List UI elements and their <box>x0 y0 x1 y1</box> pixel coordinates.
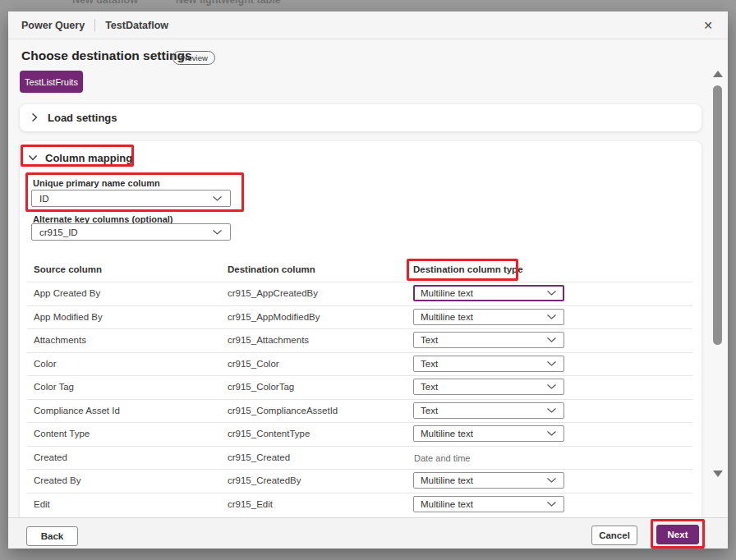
destination-type-cell: Multiline text <box>413 496 564 512</box>
table-row: Content Type cr915_ContentType Multiline… <box>20 422 702 446</box>
destination-type-cell: Multiline text <box>413 425 564 442</box>
preview-badge: Preview <box>172 51 215 65</box>
vertical-scrollbar[interactable] <box>711 69 725 484</box>
source-column-cell: Content Type <box>20 429 228 438</box>
cancel-button[interactable]: Cancel <box>591 526 637 545</box>
chevron-down-icon <box>546 312 557 322</box>
table-row: Created cr915_Created Date and time <box>20 446 702 470</box>
table-row: App Created By cr915_AppCreatedBy Multil… <box>20 282 702 305</box>
destination-column-cell: cr915_Color <box>228 359 413 369</box>
destination-column-cell: cr915_CreatedBy <box>228 475 413 485</box>
type-dropdown[interactable]: Text <box>413 356 564 372</box>
unique-primary-dropdown[interactable]: ID <box>31 190 231 207</box>
destination-type-cell: Multiline text <box>413 309 564 325</box>
chevron-down-icon <box>546 359 557 369</box>
destination-column-cell: cr915_ContentType <box>228 429 413 438</box>
chevron-right-icon <box>30 111 39 126</box>
type-value: Text <box>421 335 438 345</box>
type-value: Multiline text <box>421 499 473 509</box>
source-column-cell: Compliance Asset Id <box>20 406 228 415</box>
mapping-table-body: App Created By cr915_AppCreatedBy Multil… <box>20 282 702 516</box>
table-row: Color Tag cr915_ColorTag Text <box>20 375 702 399</box>
type-value: Date and time <box>414 453 470 463</box>
back-button[interactable]: Back <box>26 526 78 546</box>
table-row: Compliance Asset Id cr915_ComplianceAsse… <box>20 399 702 423</box>
chevron-down-icon <box>546 406 557 415</box>
destination-column-cell: cr915_Edit <box>228 499 413 509</box>
dataflow-title: TestDataflow <box>105 20 168 31</box>
type-value: Multiline text <box>421 475 473 485</box>
titlebar-divider <box>94 19 95 31</box>
type-dropdown[interactable]: Text <box>413 402 564 419</box>
scroll-up-icon[interactable] <box>713 71 723 77</box>
type-dropdown[interactable]: Text <box>413 332 564 348</box>
dialog-content: Choose destination settings Preview Test… <box>8 39 728 517</box>
destination-type-cell: Date and time <box>413 450 470 465</box>
type-value: Multiline text <box>421 288 473 298</box>
chevron-down-icon <box>546 429 557 438</box>
chevron-down-icon <box>546 499 557 509</box>
load-settings-section[interactable]: Load settings <box>20 104 702 131</box>
chevron-down-icon <box>212 194 223 204</box>
table-row: App Modified By cr915_AppModifiedBy Mult… <box>20 305 702 329</box>
unique-primary-value: ID <box>39 194 49 204</box>
source-column-cell: Edit <box>20 499 228 509</box>
source-column-cell: App Modified By <box>20 312 228 322</box>
close-icon[interactable]: ✕ <box>700 17 716 34</box>
destination-column-cell: cr915_Created <box>228 452 413 462</box>
column-mapping-header[interactable]: Column mapping <box>28 150 132 165</box>
destination-type-cell: Text <box>413 332 564 348</box>
entity-tab-testlistfruits[interactable]: TestListFruits <box>20 71 83 93</box>
page-title: Choose destination settings <box>21 48 192 63</box>
type-value: Text <box>421 359 438 369</box>
chevron-down-icon <box>212 227 223 237</box>
type-dropdown[interactable]: Multiline text <box>413 472 564 489</box>
destination-type-cell: Multiline text <box>413 285 564 301</box>
chevron-down-icon <box>546 475 557 485</box>
background-tab-label: New lightweight table <box>176 0 281 6</box>
source-column-header: Source column <box>34 264 102 274</box>
dialog-footer: Back Cancel Next <box>8 517 728 549</box>
source-column-cell: Attachments <box>20 335 228 345</box>
destination-type-cell: Multiline text <box>413 472 564 489</box>
type-dropdown[interactable]: Text <box>413 379 564 395</box>
destination-column-cell: cr915_ComplianceAssetId <box>228 406 413 415</box>
destination-column-header: Destination column <box>228 264 315 274</box>
destination-column-cell: cr915_AppModifiedBy <box>228 312 413 322</box>
chevron-down-icon <box>546 335 557 345</box>
chevron-down-icon <box>546 382 557 392</box>
type-value: Multiline text <box>421 429 473 438</box>
scrollbar-thumb[interactable] <box>713 85 722 345</box>
column-mapping-label: Column mapping <box>45 152 132 164</box>
destination-column-cell: cr915_Attachments <box>228 335 413 345</box>
destination-type-cell: Text <box>413 356 564 372</box>
alternate-key-dropdown[interactable]: cr915_ID <box>31 223 231 241</box>
source-column-cell: App Created By <box>20 288 228 298</box>
dialog-titlebar: Power Query TestDataflow ✕ <box>8 11 728 39</box>
type-value: Text <box>421 406 438 415</box>
column-mapping-section: Column mapping Unique primary name colum… <box>20 141 702 517</box>
app-title: Power Query <box>21 20 85 31</box>
scroll-down-icon[interactable] <box>713 470 723 477</box>
type-dropdown[interactable]: Multiline text <box>413 496 564 512</box>
destination-type-cell: Text <box>413 402 564 419</box>
table-row: Created By cr915_CreatedBy Multiline tex… <box>20 469 702 493</box>
type-dropdown[interactable]: Multiline text <box>413 309 564 325</box>
destination-settings-dialog: Power Query TestDataflow ✕ Choose destin… <box>8 11 728 549</box>
table-row: Edit cr915_Edit Multiline text <box>20 493 702 516</box>
next-button[interactable]: Next <box>656 525 699 544</box>
type-value: Multiline text <box>421 312 473 322</box>
destination-type-cell: Text <box>413 379 564 395</box>
load-settings-label: Load settings <box>48 112 117 124</box>
source-column-cell: Created By <box>20 475 228 485</box>
chevron-down-icon <box>28 150 38 165</box>
destination-column-cell: cr915_AppCreatedBy <box>228 288 413 298</box>
type-dropdown[interactable]: Multiline text <box>413 425 564 442</box>
type-dropdown[interactable]: Multiline text <box>413 285 564 301</box>
destination-column-type-header: Destination column type <box>413 264 523 274</box>
source-column-cell: Created <box>20 452 228 462</box>
background-page-text: New dataflow New lightweight table <box>72 0 281 6</box>
type-readonly-text: Date and time <box>413 453 470 463</box>
unique-primary-label: Unique primary name column <box>33 178 160 188</box>
table-row: Attachments cr915_Attachments Text <box>20 328 702 352</box>
